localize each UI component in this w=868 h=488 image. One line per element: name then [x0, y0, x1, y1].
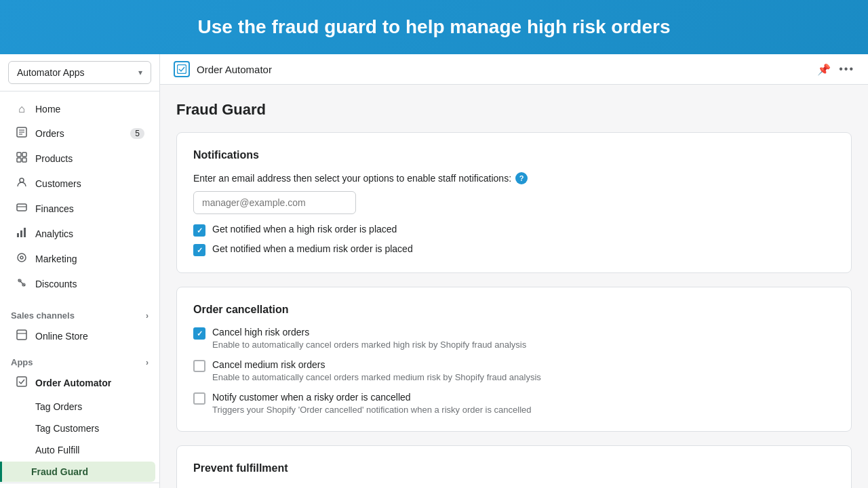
checkbox-desc: Enable to automatically cancel orders ma… — [212, 372, 541, 382]
analytics-icon — [15, 227, 28, 241]
high-risk-notify-checkbox[interactable] — [193, 224, 205, 237]
discounts-icon — [15, 277, 28, 291]
cancel-high-risk-checkbox[interactable] — [193, 327, 205, 340]
checkbox-label: Cancel medium risk orders — [212, 359, 541, 370]
apps-expand-icon[interactable]: › — [146, 358, 149, 367]
notifications-title: Notifications — [193, 149, 835, 161]
expand-icon[interactable]: › — [146, 311, 149, 321]
svg-rect-19 — [17, 330, 26, 340]
sidebar-subitem-label: Fraud Guard — [31, 466, 88, 477]
notifications-label: Enter an email address then select your … — [193, 172, 835, 184]
sidebar-item-label: Online Store — [35, 331, 88, 342]
prevent-fulfillment-card: Prevent fulfillment — [176, 445, 852, 488]
svg-rect-13 — [24, 228, 26, 237]
top-bar-left: Order Automator — [174, 61, 272, 77]
svg-point-15 — [20, 256, 23, 259]
page-title: Fraud Guard — [176, 101, 852, 119]
svg-rect-7 — [22, 158, 26, 162]
sidebar-subitem-tag-orders[interactable]: Tag Orders — [4, 396, 155, 417]
home-icon: ⌂ — [15, 103, 28, 115]
marketing-icon — [15, 252, 28, 266]
sidebar-item-order-automator[interactable]: Order Automator — [4, 371, 155, 395]
svg-rect-21 — [17, 377, 26, 386]
email-input[interactable] — [193, 191, 356, 214]
checkbox-desc: Triggers your Shopify 'Order cancelled' … — [212, 405, 532, 415]
sidebar-item-online-store[interactable]: Online Store — [4, 324, 155, 348]
chevron-down-icon: ▾ — [138, 68, 142, 77]
help-icon[interactable]: ? — [515, 172, 528, 184]
online-store-icon — [15, 329, 28, 343]
top-bar-title: Order Automator — [197, 64, 272, 75]
cancellation-title: Order cancellation — [193, 304, 835, 316]
sidebar-subitem-label: Tag Orders — [35, 401, 82, 412]
sidebar-item-home[interactable]: ⌂ Home — [4, 98, 155, 121]
sidebar-item-customers[interactable]: Customers — [4, 171, 155, 196]
top-bar: Order Automator 📌 ••• — [160, 54, 868, 85]
sidebar-item-analytics[interactable]: Analytics — [4, 222, 155, 246]
sidebar-subitem-tag-customers[interactable]: Tag Customers — [4, 418, 155, 439]
more-options-icon[interactable]: ••• — [839, 63, 854, 75]
prevent-fulfillment-title: Prevent fulfillment — [193, 462, 835, 474]
app-dropdown-label: Automator Apps — [17, 67, 85, 78]
orders-icon — [15, 127, 28, 140]
checkbox-row-cancel-medium: Cancel medium risk orders Enable to auto… — [193, 359, 835, 382]
app-selector: Automator Apps ▾ — [0, 54, 159, 92]
sidebar-item-label: Discounts — [35, 279, 77, 289]
apps-header: Apps › — [0, 349, 159, 370]
svg-rect-23 — [178, 65, 186, 74]
products-icon — [15, 152, 28, 165]
sidebar-subitem-auto-fulfill[interactable]: Auto Fulfill — [4, 440, 155, 460]
order-cancellation-card: Order cancellation Cancel high risk orde… — [176, 287, 852, 432]
app-dropdown-button[interactable]: Automator Apps ▾ — [8, 61, 151, 84]
orders-badge: 5 — [130, 128, 144, 139]
banner: Use the fraud guard to help manage high … — [0, 0, 868, 54]
sidebar-item-finances[interactable]: Finances — [4, 197, 155, 221]
sidebar-item-label: Marketing — [35, 253, 77, 264]
sidebar-subitem-label: Tag Customers — [35, 423, 99, 434]
notifications-card: Notifications Enter an email address the… — [176, 132, 852, 273]
order-automator-icon — [15, 376, 28, 390]
svg-rect-12 — [20, 230, 22, 237]
notify-customer-cancel-checkbox[interactable] — [193, 392, 205, 405]
svg-rect-9 — [17, 204, 26, 211]
checkbox-label: Get notified when a high risk order is p… — [212, 224, 397, 235]
sidebar-item-marketing[interactable]: Marketing — [4, 247, 155, 271]
sidebar-item-label: Home — [35, 104, 60, 115]
sidebar-item-discounts[interactable]: Discounts — [4, 272, 155, 296]
cancel-medium-risk-checkbox[interactable] — [193, 360, 205, 372]
svg-line-16 — [18, 279, 25, 286]
page-body: Fraud Guard Notifications Enter an email… — [160, 85, 868, 488]
main-nav: ⌂ Home Orders 5 Products Custom — [0, 92, 159, 302]
sidebar-subitem-label: Auto Fulfill — [35, 445, 79, 455]
svg-rect-4 — [17, 152, 21, 157]
checkbox-label: Cancel high risk orders — [212, 327, 526, 338]
sidebar-item-label: Finances — [35, 203, 74, 214]
sidebar-item-label: Order Automator — [35, 378, 111, 388]
checkbox-row-notify-cancel: Notify customer when a risky order is ca… — [193, 392, 835, 415]
customers-icon — [15, 177, 28, 190]
sidebar-item-orders[interactable]: Orders 5 — [4, 121, 155, 146]
sidebar-item-label: Products — [35, 153, 73, 164]
checkbox-desc: Enable to automatically cancel orders ma… — [212, 340, 526, 350]
sidebar-item-products[interactable]: Products — [4, 146, 155, 171]
svg-rect-11 — [17, 233, 19, 237]
finances-icon — [15, 202, 28, 216]
svg-point-14 — [18, 253, 26, 262]
medium-risk-notify-checkbox[interactable] — [193, 244, 205, 256]
app-icon — [174, 61, 190, 77]
checkbox-label: Notify customer when a risky order is ca… — [212, 392, 532, 403]
checkbox-row-cancel-high: Cancel high risk orders Enable to automa… — [193, 327, 835, 350]
svg-point-8 — [20, 178, 24, 182]
main-content: Order Automator 📌 ••• Fraud Guard Notifi… — [160, 54, 868, 488]
checkbox-row-high-risk-notify: Get notified when a high risk order is p… — [193, 224, 835, 237]
pin-icon[interactable]: 📌 — [817, 63, 831, 76]
checkbox-label: Get notified when a medium risk order is… — [212, 243, 413, 254]
sidebar-subitem-fraud-guard[interactable]: Fraud Guard — [0, 462, 155, 482]
checkbox-row-medium-risk-notify: Get notified when a medium risk order is… — [193, 243, 835, 256]
sidebar: Automator Apps ▾ ⌂ Home Orders 5 Pro — [0, 54, 160, 488]
sidebar-item-label: Customers — [35, 178, 81, 189]
sales-channels-header: Sales channels › — [0, 302, 159, 323]
svg-rect-6 — [17, 158, 21, 162]
sidebar-item-label: Orders — [35, 128, 64, 139]
svg-rect-5 — [22, 152, 26, 157]
